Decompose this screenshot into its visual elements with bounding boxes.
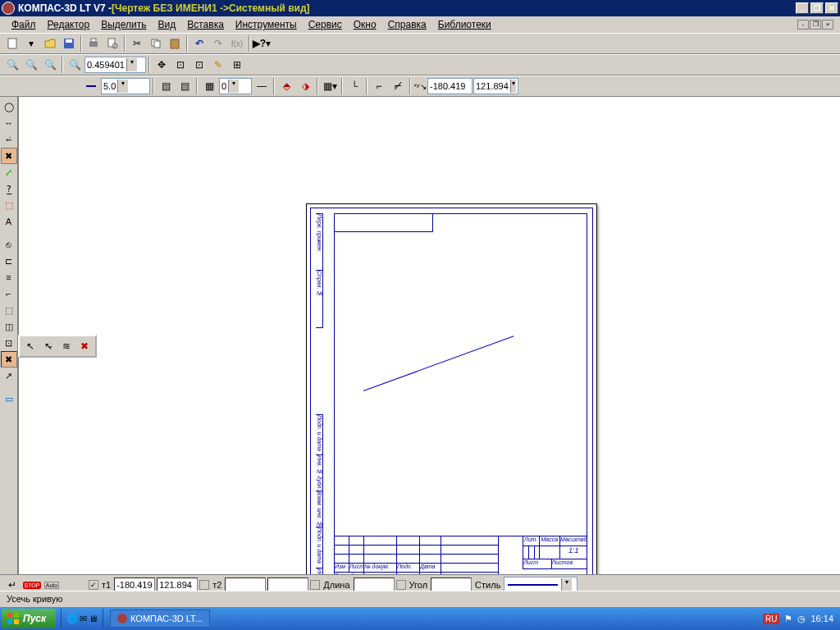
menubar: Файл Редактор Выделить Вид Вставка Инстр… <box>0 16 840 33</box>
svg-rect-14 <box>7 619 12 624</box>
xy-label: ˣʸ↘ <box>413 82 427 91</box>
copy-button[interactable] <box>147 34 165 52</box>
layer-select[interactable]: 0▾ <box>219 78 252 94</box>
undo-button[interactable]: ↶ <box>190 34 208 52</box>
extend-tool[interactable]: ⊏ <box>1 253 17 269</box>
t1-label: т1 <box>100 580 112 590</box>
menu-insert[interactable]: Вставка <box>182 17 229 32</box>
svg-rect-5 <box>108 39 115 47</box>
preview-button[interactable] <box>103 34 121 52</box>
new-button[interactable] <box>3 34 21 52</box>
zoom-prev-icon[interactable]: ⊡ <box>190 56 208 74</box>
zoom-window-icon[interactable]: 🔍 <box>41 56 59 74</box>
trim2-button[interactable]: ↖̵ <box>39 337 57 355</box>
zoom-out-icon[interactable]: 🔍 <box>22 56 40 74</box>
fillet-tool[interactable]: ⌐ <box>1 285 17 302</box>
menu-edit[interactable]: Редактор <box>43 17 95 32</box>
param-tool[interactable]: ⤢ <box>1 164 17 180</box>
save-button[interactable] <box>60 34 78 52</box>
linewidth-input[interactable]: 5.0▾ <box>101 78 150 94</box>
coord-x: -180.419 <box>427 78 472 94</box>
spec-tool[interactable]: A <box>1 213 17 230</box>
new-dropdown-icon[interactable]: ▾ <box>22 34 40 52</box>
drawn-line[interactable] <box>363 336 514 391</box>
chamfer-tool[interactable]: ⬚ <box>1 302 17 318</box>
menu-view[interactable]: Вид <box>153 17 181 32</box>
measure-tool[interactable]: ?̲ <box>1 180 17 197</box>
t2-lock-icon[interactable] <box>199 580 209 590</box>
maximize-button[interactable]: ❐ <box>810 2 824 14</box>
zoom-dyn-icon[interactable]: ⊡ <box>171 56 189 74</box>
edit-tool[interactable]: ✖ <box>1 148 17 164</box>
zoom-fit-icon[interactable]: 🔍 <box>66 56 84 74</box>
trim4-button[interactable]: ✖ <box>75 337 94 355</box>
length-label: Длина <box>322 580 351 590</box>
taskbar-app[interactable]: КОМПАС-3D LT... <box>110 609 210 628</box>
menu-window[interactable]: Окно <box>349 17 381 32</box>
mdi-close-button[interactable]: × <box>822 20 833 30</box>
start-button[interactable]: Пуск <box>2 609 56 628</box>
line-style-icon[interactable] <box>82 77 100 95</box>
angle-lock-icon[interactable] <box>396 580 406 590</box>
mdi-restore-button[interactable]: ❐ <box>810 20 821 30</box>
tray-icon-1[interactable]: ⚑ <box>784 614 792 624</box>
menu-file[interactable]: Файл <box>7 17 41 32</box>
trim1-button[interactable]: ↖ <box>21 337 39 355</box>
cut-curve-tool[interactable]: ✖ <box>1 351 17 368</box>
print-button[interactable] <box>84 34 103 52</box>
zoom-in-icon[interactable]: 🔍 <box>3 56 21 74</box>
layer2-icon[interactable]: ▤ <box>176 77 194 95</box>
trim-tool[interactable]: ⎋ <box>1 236 17 253</box>
menu-select[interactable]: Выделить <box>96 17 151 32</box>
workspace: ◯ ↔ ⩫ ✖ ⤢ ?̲ ⬚ A ⎋ ⊏ ≡ ⌐ ⬚ ◫ ⊡ ✖ ↗ ▭ Пер… <box>0 97 840 591</box>
mdi-minimize-button[interactable]: - <box>797 20 809 30</box>
help-pointer-button[interactable]: ▶?▾ <box>253 34 271 52</box>
redraw-icon[interactable]: ✎ <box>209 56 227 74</box>
refresh-icon[interactable]: ⊞ <box>228 56 246 74</box>
length-lock-icon[interactable] <box>310 580 320 590</box>
select-tool[interactable]: ⬚ <box>1 197 17 213</box>
task-app-icon <box>117 614 127 623</box>
drawing-canvas[interactable]: Перв. примен. Справ. № Подп. и дата Инв.… <box>18 97 840 591</box>
redo-button[interactable]: ↷ <box>209 34 227 52</box>
menu-help[interactable]: Справка <box>383 17 431 32</box>
snap-mid-icon[interactable]: ⬗ <box>296 77 314 95</box>
fx-button[interactable]: f(x) <box>228 34 246 52</box>
paste-button[interactable] <box>166 34 184 52</box>
quick-desktop-icon[interactable]: 🖥 <box>89 614 98 623</box>
text-tool[interactable]: ⩫ <box>1 131 17 148</box>
mirror-tool[interactable]: ◫ <box>1 318 17 335</box>
trim3-button[interactable]: ≋ <box>57 337 75 355</box>
open-button[interactable] <box>41 34 59 52</box>
break-tool[interactable]: ≡ <box>1 269 17 285</box>
layers-mgr-icon[interactable]: ▦ <box>200 77 218 95</box>
pan-icon[interactable]: ✥ <box>153 56 171 74</box>
transform-tool[interactable]: ⊡ <box>1 335 17 351</box>
t1-lock-icon[interactable]: ✓ <box>89 580 98 590</box>
menu-service[interactable]: Сервис <box>304 17 347 32</box>
geometry-tool[interactable]: ◯ <box>1 98 17 115</box>
local-cs-icon[interactable]: ⌐ <box>370 77 388 95</box>
zoom-input[interactable]: 0.459401▾ <box>84 57 146 73</box>
dimension-tool[interactable]: ↔ <box>1 115 17 131</box>
language-indicator[interactable]: RU <box>763 614 779 624</box>
angle-label: Угол <box>408 580 430 590</box>
layer-icon[interactable]: ▤ <box>157 77 175 95</box>
left-toolbar: ◯ ↔ ⩫ ✖ ⤢ ?̲ ⬚ A ⎋ ⊏ ≡ ⌐ ⬚ ◫ ⊡ ✖ ↗ ▭ <box>0 97 18 591</box>
move-tool[interactable]: ↗ <box>1 368 17 384</box>
copy-tool[interactable]: ▭ <box>1 390 17 407</box>
quick-ie-icon[interactable]: 🌐 <box>66 614 78 624</box>
quick-mail-icon[interactable]: ✉ <box>80 614 87 624</box>
menu-tools[interactable]: Инструменты <box>231 17 302 32</box>
grid-icon[interactable]: ▦▾ <box>321 77 339 95</box>
ortho-icon[interactable]: └ <box>345 77 363 95</box>
minimize-button[interactable]: _ <box>796 2 809 14</box>
layer-color-icon[interactable]: — <box>253 77 271 95</box>
cs-toggle-icon[interactable]: ⌐̸ <box>389 77 407 95</box>
close-button[interactable]: ✕ <box>825 2 838 14</box>
flyout-toolbar[interactable]: ↖ ↖̵ ≋ ✖ <box>18 335 97 358</box>
tray-icon-2[interactable]: ◷ <box>797 614 806 624</box>
cut-button[interactable]: ✂ <box>128 34 146 52</box>
snap-end-icon[interactable]: ⬘ <box>277 77 295 95</box>
menu-libs[interactable]: Библиотеки <box>433 17 496 32</box>
